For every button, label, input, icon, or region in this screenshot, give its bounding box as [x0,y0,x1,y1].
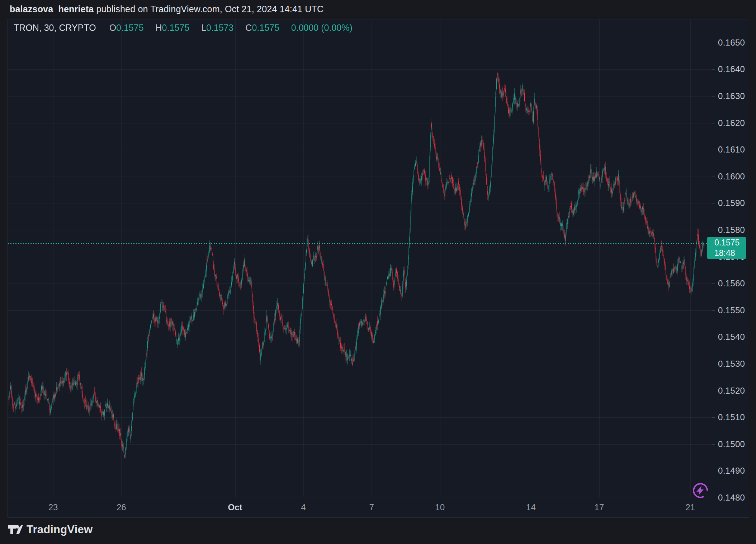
price-tick-label: 0.1640 [718,64,745,74]
symbol-title: TRON, 30, CRYPTO [14,23,96,33]
price-tick-mark [712,283,715,284]
price-tick-mark [712,391,715,391]
price-tick-label: 0.1510 [718,412,745,422]
price-tick-label: 0.1630 [718,91,745,101]
attribution: balazsova_henrieta published on TradingV… [10,4,323,14]
price-tick-label: 0.1650 [718,38,745,48]
tradingview-snapshot: balazsova_henrieta published on TradingV… [0,0,756,544]
lightning-bolt-icon [696,486,704,495]
time-tick-label: 4 [301,502,306,512]
price-tick-mark [712,364,715,364]
ohlc-high: H0.1575 [156,23,190,33]
change-value: 0.0000 (0.00%) [291,23,353,33]
price-tick-label: 0.1500 [718,439,745,449]
author-name: balazsova_henrieta [10,4,94,14]
flash-icon[interactable] [691,482,709,500]
price-tick-label: 0.1490 [718,466,745,476]
price-axis[interactable]: 0.16500.16400.16300.16200.16100.16000.15… [712,19,750,517]
watermark-label: TradingView [27,523,93,536]
attribution-text: published on TradingView.com, Oct 21, 20… [94,4,323,14]
price-tick-mark [712,337,715,337]
price-tick-label: 0.1590 [718,198,745,208]
price-tick-label: 0.1560 [718,278,745,289]
price-tick-mark [712,230,715,230]
candlestick-canvas[interactable] [8,19,712,497]
ohlc-close: C0.1575 [245,23,279,33]
last-price-badge: 0.1575 18:48 [707,237,746,259]
tradingview-watermark: TradingView [8,523,93,536]
price-tick-mark [712,123,715,123]
price-tick-label: 0.1520 [718,386,745,396]
time-tick-label: Oct [228,502,242,512]
time-tick-label: 26 [117,502,126,512]
time-tick-label: 10 [435,502,445,512]
price-tick-label: 0.1550 [718,305,745,315]
time-tick-label: 23 [48,502,58,512]
time-axis[interactable]: 2326Oct4710141721 [8,497,712,518]
time-tick-label: 14 [526,502,536,512]
price-tick-label: 0.1540 [718,332,745,342]
price-tick-label: 0.1600 [718,172,745,182]
price-tick-mark [712,96,715,97]
price-tick-label: 0.1620 [718,118,745,128]
time-tick-label: 17 [594,502,604,512]
ohlc-low: L0.1573 [201,23,233,33]
price-tick-mark [712,310,715,311]
price-tick-mark [712,177,715,177]
price-tick-mark [712,69,715,70]
price-tick-mark [712,444,715,445]
price-tick-label: 0.1530 [718,359,745,369]
price-tick-mark [712,471,715,471]
price-tick-mark [712,203,715,203]
price-tick-mark [712,150,715,150]
chart-widget: TRON, 30, CRYPTO O0.1575 H0.1575 L0.1573… [8,19,749,518]
price-tick-mark [712,498,715,498]
price-tick-mark [712,417,715,418]
time-tick-label: 21 [685,502,695,512]
price-tick-label: 0.1480 [718,493,745,503]
price-tick-label: 0.1580 [718,225,745,235]
price-tick-label: 0.1610 [718,145,745,155]
time-tick-label: 7 [369,502,374,512]
bar-countdown: 18:48 [714,248,746,258]
tradingview-logo-icon [8,524,23,535]
price-tick-mark [712,43,715,43]
ohlc-open: O0.1575 [109,23,144,33]
last-price-value: 0.1575 [714,238,746,248]
chart-legend: TRON, 30, CRYPTO O0.1575 H0.1575 L0.1573… [14,23,353,33]
